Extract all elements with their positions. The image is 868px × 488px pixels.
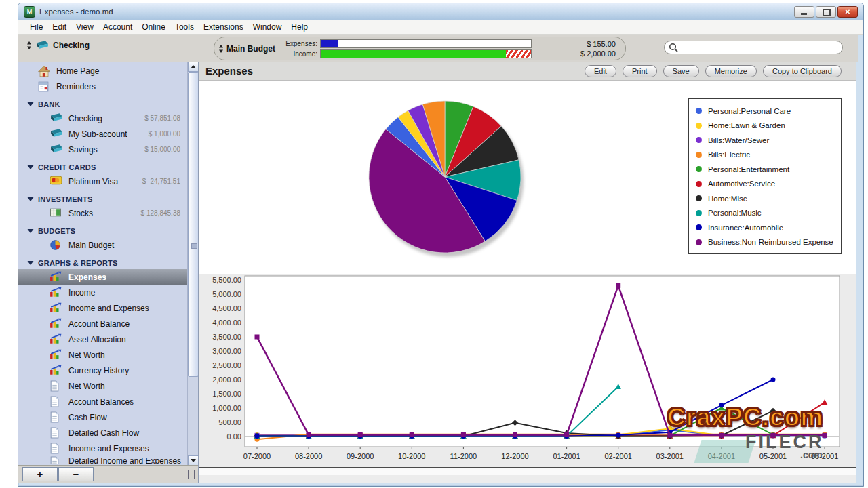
menu-bar: FileEditViewAccountOnlineToolsExtensions… <box>18 20 863 35</box>
budget-amount: $ 2,000.00 <box>545 49 625 58</box>
sidebar-section-label: BUDGETS <box>38 227 75 235</box>
legend-item-automotive-service: Automotive:Service <box>696 177 841 192</box>
copy-to-clipboard-button[interactable]: Copy to Clipboard <box>763 65 842 77</box>
sidebar-item-reminders[interactable]: Reminders <box>18 79 187 94</box>
budget-bar-track <box>320 39 532 48</box>
sidebar-item-currency-history[interactable]: Currency History <box>18 363 187 378</box>
sidebar-section-credit-cards[interactable]: CREDIT CARDS <box>18 161 187 174</box>
sidebar-item-stocks[interactable]: Stocks$ 128,845.38 <box>18 205 187 221</box>
title-bar[interactable]: M Expenses - demo.md ✕ <box>18 3 863 20</box>
sidebar-item-main-budget[interactable]: Main Budget <box>18 237 187 253</box>
legend-label: Insurance:Automobile <box>708 224 783 232</box>
sidebar-item-label: Checking <box>68 114 102 123</box>
svg-text:500.00: 500.00 <box>218 418 241 426</box>
sidebar-item-income-and-expenses[interactable]: Income and Expenses <box>18 300 187 316</box>
sidebar-section-bank[interactable]: BANK <box>18 98 187 110</box>
sidebar-item-home-page[interactable]: Home Page <box>18 63 187 79</box>
search-input[interactable] <box>679 42 842 53</box>
budget-widget[interactable]: Main Budget Expenses:Income: $ 155.00$ 2… <box>214 37 626 60</box>
app-window: M Expenses - demo.md ✕ FileEditViewAccou… <box>18 3 864 487</box>
maximize-button[interactable] <box>816 6 836 18</box>
pie-icon <box>50 239 63 251</box>
menu-edit[interactable]: Edit <box>47 21 71 33</box>
svg-text:2,000.00: 2,000.00 <box>212 375 241 384</box>
sidebar-scrollbar[interactable] <box>187 62 198 466</box>
legend-item-home-misc: Home:Misc <box>696 191 841 206</box>
scroll-down-button[interactable] <box>188 455 199 466</box>
sidebar-item-income[interactable]: Income <box>18 285 187 300</box>
panel-footer-strip <box>199 475 856 483</box>
chevron-down-icon <box>27 197 34 202</box>
sidebar-item-income-and-expenses[interactable]: Income and Expenses <box>18 441 187 456</box>
svg-text:4,500.00: 4,500.00 <box>212 304 241 312</box>
sidebar-item-label: Stocks <box>68 209 93 218</box>
search-box[interactable] <box>664 41 843 54</box>
remove-account-button[interactable]: − <box>58 467 94 481</box>
sidebar-item-net-worth[interactable]: Net Worth <box>18 378 187 394</box>
print-button[interactable]: Print <box>623 65 657 77</box>
account-selector[interactable]: Checking <box>26 40 90 50</box>
edit-button[interactable]: Edit <box>585 65 616 77</box>
menu-extensions[interactable]: Extensions <box>199 21 248 33</box>
legend-item-personal-personal-care: Personal:Personal Care <box>696 104 841 119</box>
expenses-pie-chart <box>199 81 552 274</box>
app-icon: M <box>24 6 35 18</box>
svg-text:02-2001: 02-2001 <box>605 452 632 460</box>
sidebar-item-net-worth[interactable]: Net Worth <box>18 347 187 363</box>
menu-file[interactable]: File <box>25 21 47 33</box>
legend-item-bills-electric: Bills:Electric <box>696 148 841 163</box>
bar-chart-icon <box>50 287 63 298</box>
magnifier-icon <box>668 42 679 53</box>
legend-dot-icon <box>696 181 702 187</box>
sidebar-item-cash-flow[interactable]: Cash Flow <box>18 409 187 425</box>
legend-label: Home:Misc <box>708 195 747 203</box>
scrollbar-thumb[interactable] <box>188 72 199 377</box>
account-balance: $ -24,751.51 <box>142 178 187 185</box>
resize-grip[interactable] <box>188 470 195 479</box>
save-button[interactable]: Save <box>663 65 699 77</box>
sidebar-item-savings[interactable]: Savings$ 15,000.00 <box>18 142 187 157</box>
svg-text:07-2000: 07-2000 <box>243 452 271 460</box>
legend-label: Automotive:Service <box>708 180 775 188</box>
sidebar-section-label: GRAPHS & REPORTS <box>38 259 118 267</box>
menu-view[interactable]: View <box>71 21 98 33</box>
sidebar-section-investments[interactable]: INVESTMENTS <box>18 192 187 205</box>
legend-dot-icon <box>696 152 702 158</box>
sidebar-item-account-balance[interactable]: Account Balance <box>18 316 187 331</box>
sidebar-item-expenses[interactable]: Expenses <box>18 269 187 285</box>
stocks-icon <box>50 207 63 219</box>
add-account-button[interactable]: + <box>22 467 58 481</box>
checkbook-icon <box>35 40 50 50</box>
svg-text:03-2001: 03-2001 <box>656 452 684 460</box>
sidebar-item-detailed-cash-flow[interactable]: Detailed Cash Flow <box>18 425 187 441</box>
menu-online[interactable]: Online <box>137 21 170 33</box>
legend-label: Bills:Water/Sewer <box>708 136 769 144</box>
sidebar-item-label: Income <box>68 288 95 298</box>
sidebar-item-account-balances[interactable]: Account Balances <box>18 394 187 409</box>
bar-chart-icon <box>50 302 63 314</box>
up-down-spinner-icon[interactable] <box>26 41 32 50</box>
legend-label: Home:Lawn & Garden <box>708 121 785 129</box>
svg-text:5,500.00: 5,500.00 <box>212 276 241 284</box>
sidebar-item-detailed-income-and-expenses[interactable]: Detailed Income and Expenses <box>18 456 187 464</box>
up-down-spinner-icon[interactable] <box>218 44 224 54</box>
menu-help[interactable]: Help <box>286 21 313 33</box>
svg-text:1,000.00: 1,000.00 <box>212 404 241 412</box>
sidebar-item-checking[interactable]: Checking$ 57,851.08 <box>18 110 187 126</box>
sidebar-item-platinum-visa[interactable]: Platinum Visa$ -24,751.51 <box>18 174 187 189</box>
memorize-button[interactable]: Memorize <box>705 65 757 77</box>
scroll-up-button[interactable] <box>188 62 199 72</box>
minimize-button[interactable] <box>794 6 814 18</box>
sidebar-item-my-sub-account[interactable]: My Sub-account$ 1,000.00 <box>18 126 187 142</box>
bar-chart-icon <box>50 333 63 345</box>
close-button[interactable]: ✕ <box>837 6 858 18</box>
sidebar-section-graphs-reports[interactable]: GRAPHS & REPORTS <box>18 256 187 269</box>
home-icon <box>37 65 51 77</box>
menu-window[interactable]: Window <box>248 21 287 33</box>
menu-tools[interactable]: Tools <box>170 21 199 33</box>
menu-account[interactable]: Account <box>98 21 137 33</box>
chevron-down-icon <box>27 165 34 170</box>
sidebar-section-budgets[interactable]: BUDGETS <box>18 224 187 237</box>
sidebar-item-asset-allocation[interactable]: Asset Allocation <box>18 331 187 347</box>
legend-item-personal-music: Personal:Music <box>696 206 841 221</box>
